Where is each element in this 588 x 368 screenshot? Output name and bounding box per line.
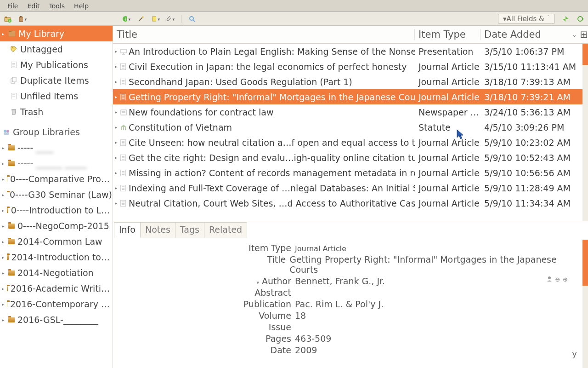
item-row[interactable]: ▸Cite Unseen: how neutral citation a…f o…	[113, 135, 588, 150]
value-date[interactable]: 2009	[295, 345, 317, 355]
scrollbar-thumb[interactable]	[582, 240, 588, 286]
value-title[interactable]: Getting Property Right: "Informal" Mortg…	[289, 254, 579, 275]
item-row[interactable]: ▸Missing in action? Content of records m…	[113, 165, 588, 180]
sidebar-collection[interactable]: ▸2014-Common Law	[0, 234, 113, 249]
item-type-icon	[120, 155, 127, 161]
item-type-icon	[120, 94, 127, 100]
list-scrollbar[interactable]	[582, 44, 588, 221]
document-icon	[10, 61, 17, 69]
item-type-cell: Journal Article	[415, 77, 481, 87]
item-title: Secondhand Japan: Used Goods Regulation …	[129, 77, 352, 87]
caret-icon: ▸	[2, 224, 6, 229]
tag-icon	[10, 46, 17, 53]
tab-info[interactable]: Info	[114, 222, 141, 238]
unfiled-icon	[10, 92, 17, 100]
sidebar-collection[interactable]: ▸0----Comparative Pro…	[0, 171, 113, 187]
item-row[interactable]: ▸An Introduction to Plain Legal English:…	[113, 44, 588, 59]
attachment-button[interactable]	[166, 15, 175, 23]
caret-icon: ▸	[115, 64, 119, 69]
tab-related[interactable]: Related	[204, 222, 247, 238]
caret-icon: ▸	[2, 145, 6, 150]
sidebar-untagged[interactable]: Untagged	[0, 41, 113, 57]
sidebar-collection[interactable]: ▸0----Introduction to L…	[0, 202, 113, 218]
menu-edit[interactable]: Edit	[23, 1, 44, 11]
label-issue: Issue	[113, 322, 295, 332]
sidebar-collection[interactable]: ▸2016-GSL-________	[0, 312, 113, 328]
sidebar-collection[interactable]: ▸2014-Negotiation	[0, 265, 113, 281]
locate-button[interactable]	[561, 15, 570, 23]
sidebar-my-library[interactable]: ▸ My Library	[0, 26, 113, 41]
toolbar: + + ▾All Fields & ˙	[0, 12, 588, 26]
items-list: Title Item Type Date Added⌄ ⊞ ▸An Introd…	[113, 26, 588, 221]
scrollbar-thumb[interactable]	[582, 44, 588, 65]
item-row[interactable]: ▸Getting Property Right: "Informal" Mort…	[113, 89, 588, 104]
col-header-title[interactable]: Title	[113, 29, 415, 40]
item-type-cell: Newspaper A…	[415, 107, 481, 117]
value-publication[interactable]: Pac. Rim L. & Pol'y J.	[295, 299, 384, 309]
value-item-type[interactable]: Journal Article	[295, 244, 346, 253]
column-picker-button[interactable]: ⊞	[580, 29, 588, 40]
value-volume[interactable]: 18	[295, 310, 306, 321]
sidebar-my-publications[interactable]: My Publications	[0, 57, 113, 73]
author-profile-icon[interactable]	[547, 276, 552, 283]
menu-tools[interactable]: Tools	[45, 1, 70, 11]
sidebar-label: Trash	[20, 107, 43, 117]
new-library-button[interactable]	[18, 15, 27, 23]
search-button[interactable]	[188, 15, 196, 23]
new-collection-button[interactable]: +	[4, 15, 12, 23]
sync-button[interactable]	[576, 15, 584, 23]
library-icon	[8, 30, 16, 37]
item-row[interactable]: ▸Civil Execution in Japan: the legal eco…	[113, 59, 588, 74]
item-date-cell: 5/9/10 10:23:02 AM	[481, 138, 588, 148]
item-row[interactable]: ▸Constitution of VietnamStatute4/5/10 3:…	[113, 120, 588, 135]
item-row[interactable]: ▸New foundations for contract lawNewspap…	[113, 104, 588, 120]
svg-rect-50	[125, 127, 126, 130]
caret-icon: ▸	[115, 125, 119, 130]
sidebar-collection[interactable]: ▸2016-Contemporary …	[0, 296, 113, 312]
author-remove-button[interactable]: ⊖	[555, 276, 560, 283]
tab-notes[interactable]: Notes	[140, 222, 175, 238]
item-type-cell: Journal Article	[415, 138, 481, 148]
item-row[interactable]: ▸Neutral Citation, Court Web Sites, …d A…	[113, 196, 588, 211]
menu-help[interactable]: Help	[69, 1, 93, 11]
item-type-icon	[120, 139, 127, 146]
new-item-button[interactable]: +	[122, 15, 130, 23]
new-note-button[interactable]	[152, 15, 160, 23]
caret-icon: ▸	[2, 239, 6, 244]
tab-tags[interactable]: Tags	[175, 222, 204, 238]
magic-wand-button[interactable]	[137, 15, 145, 23]
sidebar-group-anon2[interactable]: ▸ -----______ _____	[0, 155, 113, 171]
item-row[interactable]: ▸Secondhand Japan: Used Goods Regulation…	[113, 74, 588, 89]
value-author[interactable]: Bennett, Frank G., Jr.	[295, 276, 385, 286]
sidebar-label: 2014-Introduction to…	[11, 252, 110, 262]
sidebar-group-anon1[interactable]: ▸ -----____	[0, 140, 113, 155]
sidebar-unfiled-items[interactable]: Unfiled Items	[0, 88, 113, 104]
item-row[interactable]: ▸Get the cite right: Design and evalu…ig…	[113, 150, 588, 165]
sidebar-collection[interactable]: ▸2016-Academic Writi…	[0, 281, 113, 296]
item-type-cell: Journal Article	[415, 62, 481, 72]
item-row[interactable]: ▸Indexing and Full-Text Coverage of …nle…	[113, 180, 588, 196]
sidebar-label: 0----NegoComp-2015	[17, 221, 109, 231]
col-header-date-added[interactable]: Date Added⌄	[481, 29, 580, 40]
caret-icon: ▸	[2, 270, 6, 276]
svg-point-9	[142, 16, 144, 18]
menu-file[interactable]: File	[3, 1, 23, 11]
detail-scrollbar[interactable]	[582, 240, 588, 368]
sidebar-collection[interactable]: ▸0----NegoComp-2015	[0, 218, 113, 234]
author-add-button[interactable]: ⊕	[563, 276, 568, 283]
col-header-item-type[interactable]: Item Type	[415, 29, 481, 40]
caret-icon: ▸	[2, 317, 6, 322]
sidebar-duplicate-items[interactable]: Duplicate Items	[0, 73, 113, 88]
value-pages[interactable]: 463-509	[295, 334, 331, 344]
sidebar-trash[interactable]: Trash	[0, 104, 113, 120]
sidebar-label: 2014-Common Law	[17, 236, 102, 247]
svg-rect-49	[123, 127, 124, 130]
item-type-icon	[120, 200, 127, 207]
svg-point-28	[6, 130, 9, 132]
search-scope-dropdown[interactable]: ▾All Fields & ˙	[498, 14, 555, 24]
sidebar-collection[interactable]: ▸0----G30 Seminar (Law)	[0, 187, 113, 202]
svg-marker-51	[121, 125, 126, 127]
sidebar-collection[interactable]: ▸2014-Introduction to…	[0, 249, 113, 265]
label-author: ▾Author	[113, 276, 295, 286]
svg-point-27	[4, 130, 6, 132]
